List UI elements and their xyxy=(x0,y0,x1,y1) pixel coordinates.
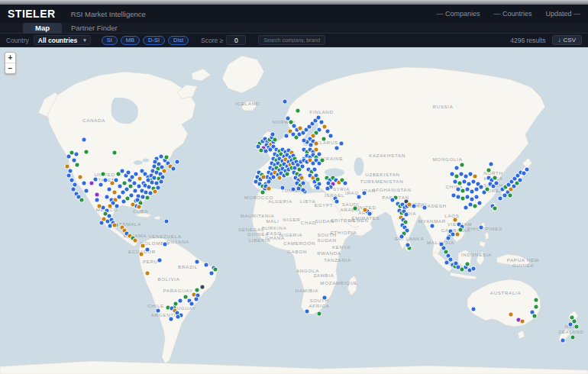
map-marker[interactable] xyxy=(72,158,76,163)
map-marker[interactable] xyxy=(97,204,102,208)
map-marker[interactable] xyxy=(471,266,476,271)
map-marker[interactable] xyxy=(319,120,324,124)
map-marker[interactable] xyxy=(133,189,137,193)
map-marker[interactable] xyxy=(321,137,326,141)
pill-si[interactable]: SI xyxy=(102,36,118,45)
map-marker[interactable] xyxy=(84,189,89,193)
map-marker[interactable] xyxy=(103,178,108,182)
map-marker[interactable] xyxy=(162,169,166,173)
map-marker[interactable] xyxy=(195,288,199,292)
map-marker[interactable] xyxy=(570,335,575,340)
map-marker[interactable] xyxy=(479,225,483,230)
map-marker[interactable] xyxy=(493,176,497,180)
map-marker[interactable] xyxy=(280,185,285,190)
map-marker[interactable] xyxy=(465,262,470,266)
map-marker[interactable] xyxy=(460,196,465,201)
map-marker[interactable] xyxy=(315,185,320,190)
map-marker[interactable] xyxy=(263,149,268,153)
map-marker[interactable] xyxy=(317,152,321,156)
map-marker[interactable] xyxy=(532,314,537,318)
map-marker[interactable] xyxy=(194,297,199,301)
map-marker[interactable] xyxy=(460,189,465,193)
map-marker[interactable] xyxy=(79,198,84,202)
map-marker[interactable] xyxy=(470,189,474,194)
map-marker[interactable] xyxy=(471,179,476,184)
map-marker[interactable] xyxy=(296,108,300,113)
map-marker[interactable] xyxy=(444,260,449,265)
csv-export-button[interactable]: ↓ CSV xyxy=(552,35,582,45)
map-marker[interactable] xyxy=(101,172,105,176)
map-marker[interactable] xyxy=(163,242,167,247)
map-marker[interactable] xyxy=(412,204,416,208)
map-marker[interactable] xyxy=(144,190,148,195)
map-marker[interactable] xyxy=(133,238,137,243)
map-marker[interactable] xyxy=(291,187,296,192)
map-marker[interactable] xyxy=(159,179,163,184)
map-marker[interactable] xyxy=(273,137,277,142)
map-marker[interactable] xyxy=(456,187,460,192)
map-marker[interactable] xyxy=(213,267,218,272)
map-marker[interactable] xyxy=(314,141,318,146)
pill-dist[interactable]: Dist xyxy=(168,36,189,45)
map-marker[interactable] xyxy=(457,181,462,185)
map-marker[interactable] xyxy=(160,175,165,179)
map-marker[interactable] xyxy=(390,198,395,202)
map-marker[interactable] xyxy=(176,314,180,319)
map-marker[interactable] xyxy=(154,181,159,185)
map-marker[interactable] xyxy=(458,227,463,232)
map-marker[interactable] xyxy=(518,178,522,182)
map-marker[interactable] xyxy=(314,147,318,152)
map-marker[interactable] xyxy=(66,173,71,178)
map-marker[interactable] xyxy=(261,175,266,179)
map-marker[interactable] xyxy=(367,211,372,216)
map-marker[interactable] xyxy=(454,174,459,179)
map-marker[interactable] xyxy=(474,187,479,192)
map-marker[interactable] xyxy=(169,317,173,321)
map-marker[interactable] xyxy=(489,162,493,166)
map-marker[interactable] xyxy=(164,219,169,224)
map-marker[interactable] xyxy=(95,192,99,197)
search-input[interactable] xyxy=(258,35,325,45)
country-select[interactable]: All countries ▾ xyxy=(34,35,91,45)
map-marker[interactable] xyxy=(267,186,271,191)
map-marker[interactable] xyxy=(145,271,150,276)
map-marker[interactable] xyxy=(328,134,333,138)
map-marker[interactable] xyxy=(520,319,525,324)
map-marker[interactable] xyxy=(69,178,74,182)
map-marker[interactable] xyxy=(479,185,483,189)
map-marker[interactable] xyxy=(260,190,265,195)
map-marker[interactable] xyxy=(200,285,205,289)
map-marker[interactable] xyxy=(209,271,214,276)
map-marker[interactable] xyxy=(301,181,305,185)
map-marker[interactable] xyxy=(430,224,435,228)
tab-partner-finder[interactable]: Partner Finder xyxy=(62,22,127,34)
map-marker[interactable] xyxy=(178,298,183,303)
map-marker[interactable] xyxy=(454,261,458,266)
map-marker[interactable] xyxy=(320,158,325,163)
map-marker[interactable] xyxy=(334,199,339,204)
map-marker[interactable] xyxy=(126,170,131,175)
map-marker[interactable] xyxy=(69,150,74,155)
map-marker[interactable] xyxy=(468,172,473,176)
map-marker[interactable] xyxy=(82,137,86,142)
map-marker[interactable] xyxy=(153,189,157,194)
map-marker[interactable] xyxy=(467,182,471,186)
map-marker[interactable] xyxy=(568,322,573,327)
map-marker[interactable] xyxy=(112,190,117,195)
map-marker[interactable] xyxy=(453,218,457,222)
map-marker[interactable] xyxy=(74,152,79,156)
map-marker[interactable] xyxy=(137,205,141,209)
map-marker[interactable] xyxy=(114,178,118,182)
map-marker[interactable] xyxy=(159,154,163,159)
map-marker[interactable] xyxy=(322,295,327,300)
map-marker[interactable] xyxy=(534,298,538,302)
map-marker[interactable] xyxy=(477,201,482,205)
map-marker[interactable] xyxy=(300,164,305,169)
map-marker[interactable] xyxy=(509,312,513,317)
map-marker[interactable] xyxy=(502,193,507,198)
map-marker[interactable] xyxy=(534,305,538,309)
map-marker[interactable] xyxy=(75,163,79,167)
map-marker[interactable] xyxy=(471,307,476,311)
map-marker[interactable] xyxy=(561,338,565,343)
map-marker[interactable] xyxy=(296,186,301,191)
